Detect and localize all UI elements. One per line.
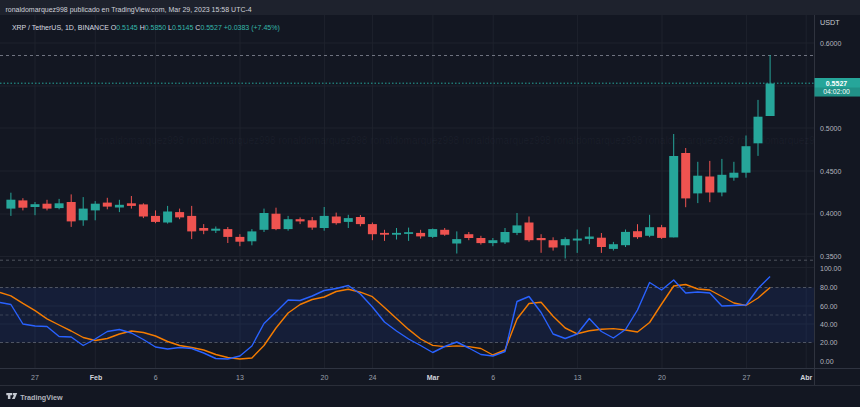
svg-text:0.5527: 0.5527 [826,80,848,87]
svg-text:13: 13 [236,374,244,381]
svg-text:Mar: Mar [427,374,440,381]
svg-text:6: 6 [154,374,158,381]
svg-text:0.6000: 0.6000 [820,40,842,47]
svg-text:27: 27 [31,374,39,381]
svg-text:XRP / TetherUS, 1D, BINANCE O: XRP / TetherUS, 1D, BINANCE O0.5145 H0.5… [12,24,280,32]
svg-text:0.4500: 0.4500 [820,168,842,175]
svg-text:ronaldomarquez998 ronaldomarqu: ronaldomarquez998 ronaldomarquez998 rona… [95,135,860,146]
svg-text:27: 27 [743,374,751,381]
svg-text:24: 24 [369,374,377,381]
svg-text:20: 20 [321,374,329,381]
svg-text:0.00: 0.00 [820,358,834,365]
svg-text:20.00: 20.00 [820,339,838,346]
svg-text:6: 6 [491,374,495,381]
svg-text:Feb: Feb [90,374,102,381]
svg-text:80.00: 80.00 [820,284,838,291]
svg-text:04:02:00: 04:02:00 [823,88,850,95]
svg-text:40.00: 40.00 [820,321,838,328]
svg-text:0.3500: 0.3500 [820,253,842,260]
svg-text:Abr: Abr [800,374,812,381]
svg-text:TradingView: TradingView [20,393,63,402]
svg-text:100.00: 100.00 [820,265,842,272]
svg-text:20: 20 [658,374,666,381]
svg-text:60.00: 60.00 [820,303,838,310]
svg-text:13: 13 [574,374,582,381]
svg-text:USDT: USDT [820,18,840,27]
svg-text:0.4000: 0.4000 [820,210,842,217]
svg-text:0.5000: 0.5000 [820,125,842,132]
svg-text:ronaldomarquez998 publicado en: ronaldomarquez998 publicado en TradingVi… [6,6,252,14]
